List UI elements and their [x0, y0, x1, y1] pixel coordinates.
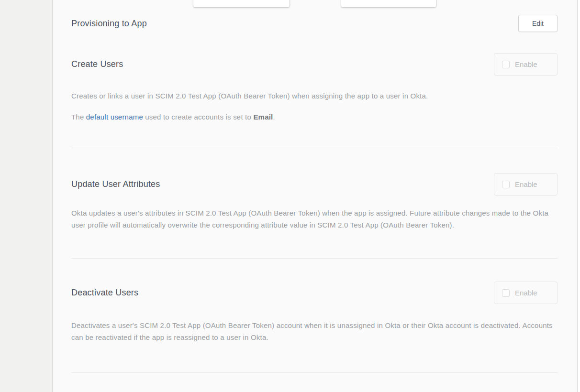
create-users-description: Creates or links a user in SCIM 2.0 Test…	[71, 90, 558, 102]
create-users-username-line: The default username used to create acco…	[71, 111, 558, 123]
enable-toggle-label: Enable	[515, 60, 537, 68]
create-users-enable-toggle[interactable]: Enable	[494, 53, 558, 76]
section-divider	[71, 258, 558, 259]
username-line-middle: used to create accounts is set to	[143, 113, 253, 121]
create-users-section-header: Create Users Enable	[71, 53, 558, 76]
okta-provisioning-page: Provisioning to App Edit Create Users En…	[0, 0, 580, 392]
update-attributes-section-header: Update User Attributes Enable	[71, 173, 558, 196]
update-attributes-description: Okta updates a user's attributes in SCIM…	[71, 207, 558, 231]
enable-toggle-label: Enable	[515, 180, 537, 188]
edit-button[interactable]: Edit	[518, 15, 558, 32]
cut-off-input-right[interactable]	[341, 0, 436, 8]
enable-toggle-label: Enable	[515, 289, 537, 297]
update-attributes-enable-toggle[interactable]: Enable	[494, 173, 558, 196]
create-users-title: Create Users	[71, 59, 123, 69]
username-value: Email	[253, 113, 273, 121]
update-attributes-title: Update User Attributes	[71, 179, 160, 189]
deactivate-users-title: Deactivate Users	[71, 288, 138, 298]
checkbox-icon[interactable]	[502, 181, 510, 188]
panel-header: Provisioning to App Edit	[71, 14, 558, 33]
username-line-suffix: .	[273, 113, 275, 121]
left-sidebar	[0, 0, 53, 392]
deactivate-users-section-header: Deactivate Users Enable	[71, 282, 558, 304]
section-divider	[71, 148, 558, 148]
deactivate-users-description: Deactivates a user's SCIM 2.0 Test App (…	[71, 319, 558, 343]
page-title: Provisioning to App	[71, 19, 147, 29]
checkbox-icon[interactable]	[502, 289, 510, 297]
default-username-link[interactable]: default username	[86, 113, 143, 121]
checkbox-icon[interactable]	[502, 61, 510, 68]
username-line-prefix: The	[71, 113, 86, 121]
cut-off-input-left[interactable]	[193, 0, 290, 8]
provisioning-settings-panel: Provisioning to App Edit Create Users En…	[53, 0, 578, 392]
section-divider	[71, 372, 558, 373]
deactivate-users-enable-toggle[interactable]: Enable	[494, 282, 558, 304]
